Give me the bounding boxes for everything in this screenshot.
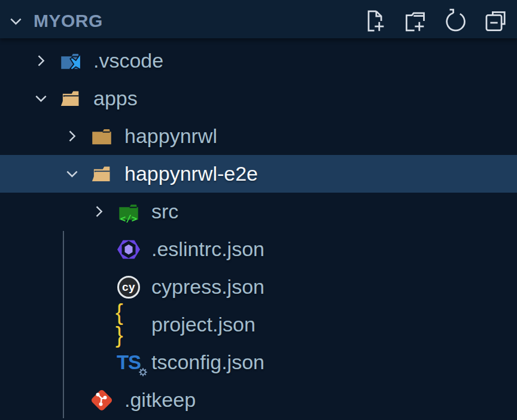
braces-glyph: { } bbox=[115, 301, 142, 349]
new-file-icon bbox=[362, 8, 388, 34]
json-braces-icon: { } bbox=[115, 312, 142, 338]
tree-item-label: apps bbox=[93, 87, 138, 110]
explorer-section-header[interactable]: MYORG bbox=[0, 0, 517, 38]
tree-row-src[interactable]: </> src bbox=[0, 193, 517, 230]
vscode-folder-icon bbox=[57, 48, 84, 74]
tsconfig-icon: TS bbox=[115, 349, 142, 376]
src-folder-icon: </> bbox=[115, 199, 142, 225]
cypress-badge: cy bbox=[117, 276, 140, 299]
collapse-all-button[interactable] bbox=[482, 7, 509, 35]
refresh-icon bbox=[442, 8, 469, 34]
chevron-right-icon[interactable] bbox=[63, 124, 89, 149]
file-tree: .vscode apps happynrwl bbox=[0, 38, 517, 419]
folder-icon bbox=[89, 123, 115, 150]
indent-guide bbox=[63, 231, 64, 418]
tree-row-apps[interactable]: apps bbox=[0, 80, 517, 117]
tree-row-vscode[interactable]: .vscode bbox=[0, 42, 517, 80]
tree-row-happynrwl[interactable]: happynrwl bbox=[0, 117, 517, 155]
eslint-icon bbox=[115, 236, 142, 263]
chevron-down-icon[interactable] bbox=[7, 8, 31, 34]
tree-row-gitkeep[interactable]: .gitkeep bbox=[0, 381, 517, 419]
twisty-spacer bbox=[90, 275, 115, 300]
tree-item-label: project.json bbox=[151, 313, 256, 336]
git-icon bbox=[89, 387, 115, 413]
tree-item-label: .eslintrc.json bbox=[151, 238, 264, 261]
twisty-spacer bbox=[90, 312, 115, 337]
new-folder-icon bbox=[402, 8, 428, 34]
tree-row-happynrwl-e2e[interactable]: happynrwl-e2e bbox=[0, 155, 517, 193]
tree-item-label: src bbox=[151, 200, 178, 223]
gear-icon bbox=[137, 366, 149, 378]
tree-item-label: .gitkeep bbox=[124, 388, 196, 412]
header-toolbar bbox=[362, 7, 510, 35]
twisty-spacer bbox=[90, 350, 115, 375]
tree-item-label: happynrwl-e2e bbox=[124, 162, 258, 185]
tree-item-label: tsconfig.json bbox=[151, 351, 264, 374]
new-file-button[interactable] bbox=[362, 7, 388, 35]
tree-item-label: cypress.json bbox=[151, 275, 264, 299]
section-title: MYORG bbox=[34, 11, 362, 31]
folder-open-icon bbox=[57, 86, 84, 112]
twisty-spacer bbox=[63, 388, 89, 413]
tree-item-label: .vscode bbox=[93, 49, 163, 72]
folder-open-icon bbox=[89, 161, 115, 187]
tree-row-cypress[interactable]: cy cypress.json bbox=[0, 268, 517, 306]
chevron-right-icon[interactable] bbox=[32, 48, 57, 74]
tree-item-label: happynrwl bbox=[124, 124, 217, 148]
chevron-right-icon[interactable] bbox=[90, 199, 115, 224]
twisty-spacer bbox=[90, 237, 115, 262]
new-folder-button[interactable] bbox=[402, 7, 428, 35]
tree-row-eslintrc[interactable]: .eslintrc.json bbox=[0, 230, 517, 268]
collapse-all-icon bbox=[482, 8, 509, 34]
chevron-down-icon[interactable] bbox=[63, 162, 89, 187]
tree-row-project[interactable]: { } project.json bbox=[0, 306, 517, 343]
refresh-button[interactable] bbox=[442, 7, 469, 35]
chevron-down-icon[interactable] bbox=[32, 86, 57, 111]
cypress-icon: cy bbox=[115, 274, 142, 300]
tree-row-tsconfig[interactable]: TS tsconfig.json bbox=[0, 343, 517, 381]
code-brackets-glyph: </> bbox=[115, 213, 142, 224]
